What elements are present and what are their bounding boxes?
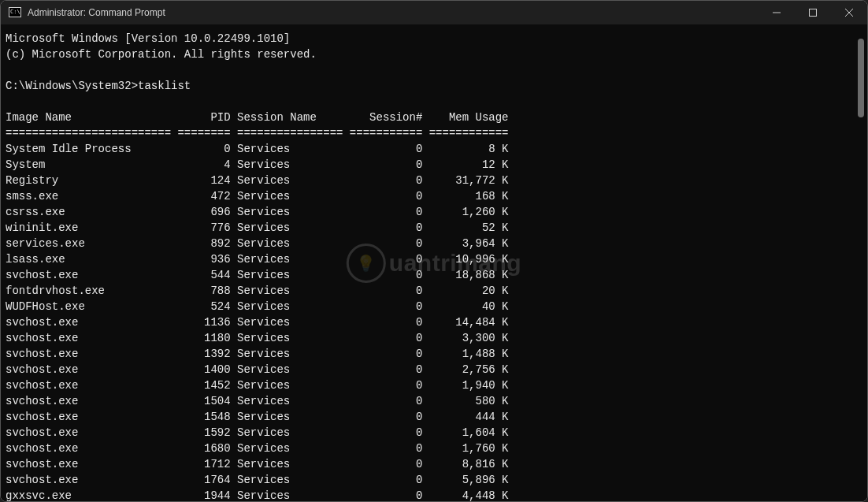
svg-text:C:\: C:\ (10, 9, 20, 15)
terminal-line (6, 62, 853, 78)
table-row: svchost.exe 1504 Services 0 580 K (6, 393, 853, 409)
table-row: svchost.exe 544 Services 0 18,868 K (6, 267, 853, 283)
table-row: WUDFHost.exe 524 Services 0 40 K (6, 299, 853, 314)
terminal-output: Microsoft Windows [Version 10.0.22499.10… (6, 31, 853, 501)
window-controls (759, 1, 867, 24)
table-row: svchost.exe 1548 Services 0 444 K (6, 409, 853, 425)
table-row: svchost.exe 1764 Services 0 5,896 K (6, 472, 853, 488)
maximize-button[interactable] (795, 1, 831, 24)
terminal-viewport[interactable]: Microsoft Windows [Version 10.0.22499.10… (1, 24, 867, 501)
table-header-line: Image Name PID Session Name Session# Mem… (6, 110, 853, 125)
table-row: svchost.exe 1592 Services 0 1,604 K (6, 425, 853, 441)
svg-rect-3 (810, 9, 817, 17)
table-row: System 4 Services 0 12 K (6, 157, 853, 173)
table-row: svchost.exe 1452 Services 0 1,940 K (6, 377, 853, 393)
command-prompt-window: C:\ Administrator: Command Prompt Micros… (0, 0, 868, 502)
terminal-line: Microsoft Windows [Version 10.0.22499.10… (6, 31, 853, 46)
table-row: smss.exe 472 Services 0 168 K (6, 188, 853, 204)
table-row: svchost.exe 1180 Services 0 3,300 K (6, 330, 853, 346)
titlebar[interactable]: C:\ Administrator: Command Prompt (1, 1, 867, 24)
table-row: svchost.exe 1136 Services 0 14,484 K (6, 314, 853, 330)
table-row: svchost.exe 1680 Services 0 1,760 K (6, 441, 853, 456)
terminal-line: C:\Windows\System32>tasklist (6, 78, 853, 94)
table-row: fontdrvhost.exe 788 Services 0 20 K (6, 283, 853, 299)
table-row: wininit.exe 776 Services 0 52 K (6, 220, 853, 236)
table-row: gxxsvc.exe 1944 Services 0 4,448 K (6, 488, 853, 501)
close-button[interactable] (831, 1, 867, 24)
table-row: System Idle Process 0 Services 0 8 K (6, 141, 853, 157)
terminal-line: (c) Microsoft Corporation. All rights re… (6, 46, 853, 62)
table-row: services.exe 892 Services 0 3,964 K (6, 236, 853, 251)
cmd-icon: C:\ (9, 6, 21, 19)
table-row: csrss.exe 696 Services 0 1,260 K (6, 204, 853, 220)
table-header-line (6, 94, 853, 110)
window-title: Administrator: Command Prompt (28, 7, 165, 18)
table-row: svchost.exe 1400 Services 0 2,756 K (6, 362, 853, 377)
table-header-line: ========================= ======== =====… (6, 125, 853, 141)
table-row: Registry 124 Services 0 31,772 K (6, 173, 853, 188)
table-row: lsass.exe 936 Services 0 10,996 K (6, 251, 853, 267)
minimize-button[interactable] (759, 1, 795, 24)
table-row: svchost.exe 1392 Services 0 1,488 K (6, 346, 853, 362)
table-row: svchost.exe 1712 Services 0 8,816 K (6, 456, 853, 472)
scrollbar-thumb[interactable] (858, 39, 864, 117)
